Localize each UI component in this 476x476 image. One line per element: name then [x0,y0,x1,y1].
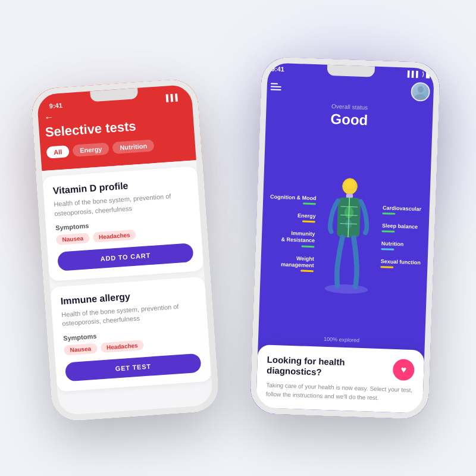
svg-point-1 [414,94,427,101]
immunity-bar [302,245,315,248]
card-vitamin-d: Vitamin D profile Health of the bone sys… [42,166,204,281]
label-sleep: Sleep balance [382,223,422,233]
nutrition-bar [381,248,394,250]
body-figure [317,171,380,298]
svg-point-2 [325,283,368,294]
label-nutrition: Nutrition [381,240,422,251]
status-icons-left: ▌▌▌ [166,93,180,102]
weight-label: Weightmanagement [268,254,314,268]
body-svg [317,171,380,298]
filter-pills: All Energy Nutrition [46,137,190,159]
weight-bar [300,270,314,273]
signal-right-icon: ▌▌▌ ⟩ ▊ [408,70,431,77]
energy-label: Energy [270,212,316,220]
status-icons-right: ▌▌▌ ⟩ ▊ [408,70,431,77]
sleep-label: Sleep balance [382,223,422,230]
menu-icon[interactable] [271,83,281,90]
sleep-bar [382,230,395,233]
energy-bar [302,221,315,223]
bottom-card: Looking for health diagnostics? ♥ Taking… [256,345,425,414]
content-left: Vitamin D profile Health of the bone sys… [36,160,220,422]
bottom-card-title: Looking for health diagnostics? [267,355,362,380]
add-to-cart-button[interactable]: ADD TO CART [57,243,194,271]
nutrition-label: Nutrition [381,240,421,248]
bottom-card-desc: Taking care of your health is now easy. … [266,381,414,404]
bottom-card-header: Looking for health diagnostics? ♥ [267,355,415,381]
svg-point-0 [418,86,424,93]
filter-all[interactable]: All [46,145,70,159]
cognition-bar [303,203,316,205]
right-labels: Cardiovascular Sleep balance Nutrition S… [381,205,423,269]
label-cardiovascular: Cardiovascular [383,205,423,215]
signal-icon: ▌▌▌ [166,93,180,102]
time-right: 9:41 [271,65,284,73]
cognition-label: Cognition & Mood [270,193,317,201]
get-test-button[interactable]: GET TEST [65,353,202,381]
phones-container: 9:41 ▌▌▌ ← Selective tests All Energy Nu… [24,24,452,452]
filter-energy[interactable]: Energy [73,143,110,157]
tag-headaches-1[interactable]: Headaches [92,230,136,243]
label-immunity: Immunity& Resistance [268,230,315,248]
cardiovascular-label: Cardiovascular [383,205,422,212]
sexual-bar [381,266,394,268]
phone-right: 9:41 ▌▌▌ ⟩ ▊ [250,57,441,419]
avatar[interactable] [411,82,430,102]
sexual-label: Sexual function [381,258,421,265]
avatar-image [412,83,429,101]
notch-right [327,65,375,77]
heart-button[interactable]: ♥ [393,359,415,381]
label-energy: Energy [270,212,316,223]
cardiovascular-bar [383,212,396,215]
label-weight: Weightmanagement [268,254,314,272]
immunity-label: Immunity& Resistance [268,230,315,244]
tag-nausea-2[interactable]: Nausea [64,343,98,355]
label-cognition: Cognition & Mood [270,193,317,205]
time-left: 9:41 [49,102,62,110]
body-section: Cognition & Mood Energy Immunity& Resist… [252,130,438,340]
screen-left: 9:41 ▌▌▌ ← Selective tests All Energy Nu… [30,78,220,422]
left-labels: Cognition & Mood Energy Immunity& Resist… [268,193,317,273]
screen-right: 9:41 ▌▌▌ ⟩ ▊ [250,57,441,419]
filter-nutrition[interactable]: Nutrition [112,139,155,154]
tag-nausea-1[interactable]: Nausea [56,233,90,245]
tag-headaches-2[interactable]: Headaches [100,340,144,353]
card-immune-allergy: Immune allergy Health of the bone system… [50,277,212,392]
label-sexual: Sexual function [381,258,421,269]
phone-left: 9:41 ▌▌▌ ← Selective tests All Energy Nu… [30,78,220,422]
